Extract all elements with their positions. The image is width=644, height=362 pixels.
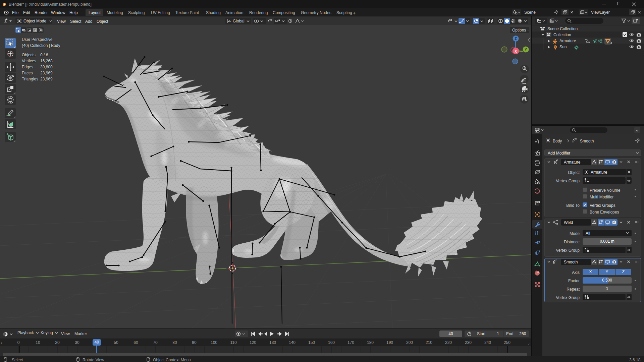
svg-text:X: X: [515, 50, 517, 53]
svg-text:Z: Z: [515, 37, 517, 41]
svg-text:Y: Y: [525, 48, 527, 52]
